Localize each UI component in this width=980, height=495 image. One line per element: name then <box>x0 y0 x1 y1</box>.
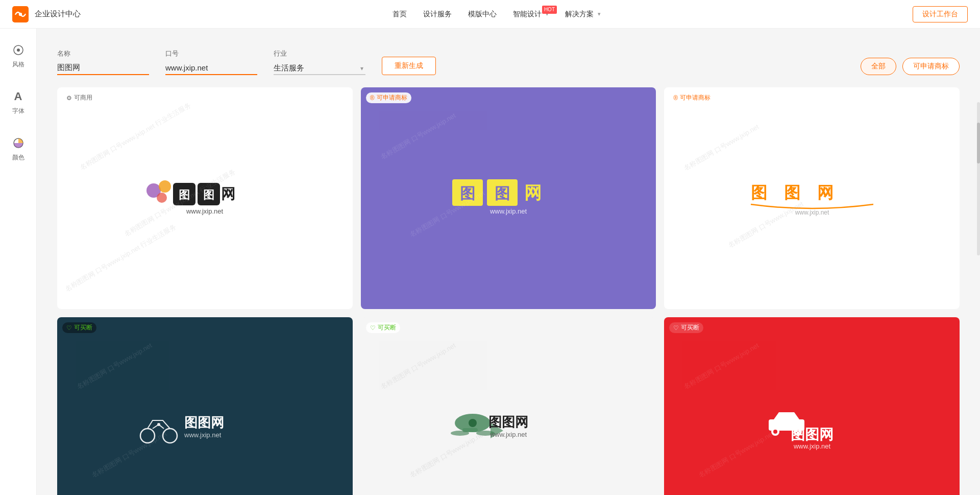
logo-card-1[interactable]: ⚙ 可商用 名称图图网 口号www.jxip.net 行业生活服务 名称图图网 … <box>57 87 353 309</box>
name-filter-field: 名称 <box>57 49 149 75</box>
card-4-badge-icon: ♡ <box>66 324 72 332</box>
slogan-label: 口号 <box>165 49 257 58</box>
hot-badge: HOT <box>542 6 557 14</box>
industry-select-wrapper: 生活服务 电子商务 金融 教育 医疗 科技 ▾ <box>274 61 365 75</box>
logo-card-5[interactable]: ♡ 可买断 名称图图网 口号www.jxip.net 名称图图网 口号www.j… <box>361 317 656 495</box>
svg-text:图 图 网: 图 图 网 <box>751 183 840 202</box>
color-icon <box>11 136 26 150</box>
filter-actions: 全部 可申请商标 <box>861 58 960 75</box>
sidebar-item-color[interactable]: 颜色 <box>5 132 32 166</box>
svg-text:www.jxip.net: www.jxip.net <box>793 442 831 450</box>
svg-text:www.jxip.net: www.jxip.net <box>489 431 527 438</box>
slogan-input[interactable] <box>165 61 257 75</box>
card-3-content: 图 图 网 www.jxip.net <box>664 87 960 309</box>
card-6-logo-svg: 图图网 www.jxip.net <box>741 403 884 454</box>
scrollbar-thumb[interactable] <box>977 123 980 163</box>
svg-point-7 <box>157 193 167 203</box>
main-nav: 首页 设计服务 模版中心 智能设计 HOT ▾ 解决方案 ▾ <box>393 10 601 19</box>
card-1-badge-icon: ⚙ <box>66 95 72 102</box>
industry-label: 行业 <box>274 49 365 58</box>
card-6-content: 图图网 www.jxip.net <box>664 317 960 495</box>
sidebar-font-label: 字体 <box>12 107 24 115</box>
card-5-content: 图图网 www.jxip.net <box>361 317 656 495</box>
nav-design-service[interactable]: 设计服务 <box>423 10 452 19</box>
svg-text:图: 图 <box>460 185 475 202</box>
card-6-badge-icon: ♡ <box>673 324 679 332</box>
svg-point-23 <box>163 429 177 443</box>
card-1-badge: ⚙ 可商用 <box>62 92 96 103</box>
aliyun-logo-icon <box>12 6 29 22</box>
card-1-content: 图 图 网 www.jxip.net <box>57 87 353 309</box>
card-5-badge-text: 可买断 <box>378 323 396 332</box>
logo-grid: ⚙ 可商用 名称图图网 口号www.jxip.net 行业生活服务 名称图图网 … <box>57 87 960 495</box>
card-2-logo-svg: 图 图 网 www.jxip.net <box>442 175 575 221</box>
card-5-badge-icon: ♡ <box>370 324 376 332</box>
svg-text:图图网: 图图网 <box>488 414 528 430</box>
svg-point-22 <box>140 429 155 443</box>
nav-smart-design[interactable]: 智能设计 HOT ▾ <box>513 10 549 19</box>
header: 企业设计中心 首页 设计服务 模版中心 智能设计 HOT ▾ 解决方案 ▾ 设计… <box>0 0 980 29</box>
style-icon <box>11 43 26 57</box>
nav-template-center[interactable]: 模版中心 <box>468 10 497 19</box>
svg-text:图: 图 <box>203 188 214 201</box>
sidebar-item-style[interactable]: 风格 <box>5 39 32 73</box>
filter-all-button[interactable]: 全部 <box>861 58 896 75</box>
nav-home[interactable]: 首页 <box>393 10 407 19</box>
svg-text:www.jxip.net: www.jxip.net <box>489 207 527 215</box>
svg-point-30 <box>469 419 477 427</box>
scrollbar[interactable] <box>977 102 980 255</box>
regenerate-button[interactable]: 重新生成 <box>382 57 436 75</box>
svg-text:图图网: 图图网 <box>791 427 834 442</box>
svg-point-1 <box>19 12 22 15</box>
svg-text:www.jxip.net: www.jxip.net <box>184 431 222 439</box>
card-6-badge: ♡ 可买断 <box>669 322 703 333</box>
card-2-badge-text: 可申请商标 <box>377 93 407 102</box>
card-1-badge-text: 可商用 <box>74 93 92 102</box>
svg-text:网: 网 <box>221 186 235 202</box>
svg-point-6 <box>159 180 171 193</box>
logo-card-3[interactable]: ® 可申请商标 名称图图网 口号www.jxip.net 名称图图网 口号www… <box>664 87 960 309</box>
svg-text:图: 图 <box>495 185 510 202</box>
svg-point-24 <box>157 423 160 426</box>
svg-text:图: 图 <box>179 188 190 201</box>
name-label: 名称 <box>57 49 149 58</box>
card-5-logo-svg: 图图网 www.jxip.net <box>437 400 580 456</box>
card-3-badge-icon: ® <box>673 95 678 102</box>
card-5-badge: ♡ 可买断 <box>366 322 400 333</box>
svg-point-31 <box>451 431 469 436</box>
industry-filter-field: 行业 生活服务 电子商务 金融 教育 医疗 科技 ▾ <box>274 49 365 75</box>
card-2-content: 图 图 网 www.jxip.net <box>361 87 656 309</box>
design-workbench-button[interactable]: 设计工作台 <box>913 6 968 22</box>
nav-solution[interactable]: 解决方案 ▾ <box>565 10 601 19</box>
card-2-badge: ® 可申请商标 <box>366 92 411 103</box>
svg-point-3 <box>17 49 20 52</box>
sidebar: 风格 A 字体 颜色 <box>0 29 37 495</box>
site-title: 企业设计中心 <box>35 9 81 19</box>
svg-text:网: 网 <box>524 183 542 202</box>
logo-card-4[interactable]: ♡ 可买断 名称图图网 口号www.jxip.net 名称图图网 口号www.j… <box>57 317 353 495</box>
sidebar-color-label: 颜色 <box>12 153 24 162</box>
card-2-badge-icon: ® <box>370 95 375 102</box>
card-3-badge-text: 可申请商标 <box>680 93 710 102</box>
industry-select[interactable]: 生活服务 电子商务 金融 教育 医疗 科技 <box>274 61 365 75</box>
font-icon: A <box>11 89 26 104</box>
svg-text:www.jxip.net: www.jxip.net <box>794 209 829 216</box>
header-right: 设计工作台 <box>913 6 968 22</box>
card-6-badge-text: 可买断 <box>681 323 699 332</box>
name-input[interactable] <box>57 61 149 75</box>
card-4-content: 图图网 www.jxip.net <box>57 317 353 495</box>
card-4-logo-svg: 图图网 www.jxip.net <box>133 403 276 454</box>
card-4-badge: ♡ 可买断 <box>62 322 96 333</box>
main-content: 名称 口号 行业 生活服务 电子商务 金融 教育 医疗 科技 ▾ 重新生成 <box>37 29 980 495</box>
filter-bar: 名称 口号 行业 生活服务 电子商务 金融 教育 医疗 科技 ▾ 重新生成 <box>57 39 960 75</box>
sidebar-item-font[interactable]: A 字体 <box>5 85 32 120</box>
filter-trademark-button[interactable]: 可申请商标 <box>902 58 960 75</box>
svg-text:图图网: 图图网 <box>184 415 224 430</box>
logo-card-6[interactable]: ♡ 可买断 名称图图网 口号www.jxip.net 名称图图网 口号www.j… <box>664 317 960 495</box>
card-1-logo-svg: 图 图 网 www.jxip.net <box>138 175 271 221</box>
card-3-badge: ® 可申请商标 <box>669 92 715 103</box>
svg-point-38 <box>773 430 777 434</box>
logo-card-2[interactable]: ® 可申请商标 名称图图网 口号www.jxip.net 名称图图网 口号www… <box>361 87 656 309</box>
card-4-badge-text: 可买断 <box>74 323 92 332</box>
sidebar-style-label: 风格 <box>12 60 24 69</box>
